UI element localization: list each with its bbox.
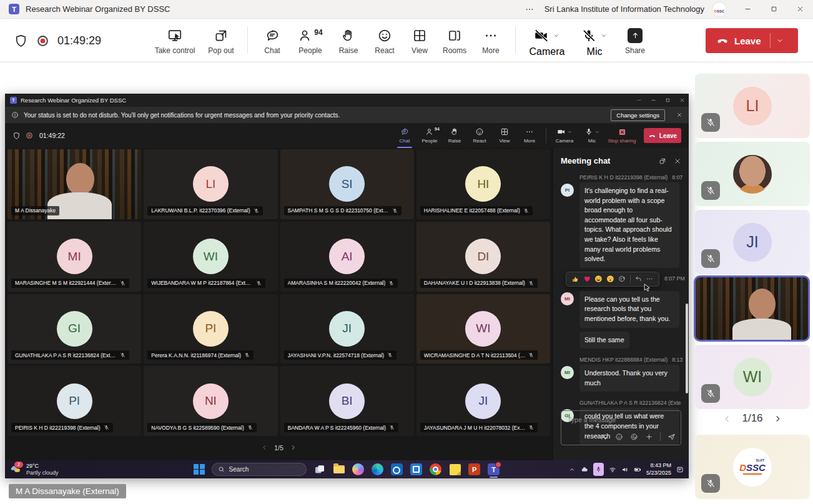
heart-reaction-icon[interactable] [583,275,591,283]
powerpoint-button[interactable] [468,463,481,476]
close-button[interactable] [787,0,813,19]
page-prev-icon[interactable] [261,444,268,451]
attach-plus-icon[interactable] [645,433,653,441]
sidebar-participant-tile[interactable] [695,142,810,206]
inner-minimize-icon[interactable] [651,97,656,103]
stop-sharing-button[interactable]: Stop sharing [605,125,639,147]
notification-center-icon[interactable] [676,466,684,473]
inner-people-button[interactable]: 94 People [417,124,442,147]
participant-tile[interactable]: GI GUNATHILAKA P A S R it22136824 (Exter… [7,294,141,364]
participant-tile[interactable]: JI JAYASUNDARA J M U H it22078032 (Exte.… [416,366,550,436]
participant-tile[interactable]: SI SAMPATH S M S G S D it22310750 (Exter… [280,149,414,219]
sticky-notes-button[interactable] [449,463,461,476]
task-view-button[interactable] [313,463,326,476]
react-button[interactable]: React [367,24,403,55]
participant-tile[interactable]: WI WIJEBANDARA W M P it22187864 (Exter..… [144,222,277,292]
sidebar-participant-tile[interactable]: WI [695,345,810,409]
share-button[interactable]: Share [617,24,653,55]
emoji-icon[interactable] [615,433,623,441]
inner-chat-button[interactable]: Chat [392,124,417,147]
sidebar-participant-tile[interactable]: LI [695,74,810,138]
take-control-button[interactable]: Take control [149,24,201,55]
onedrive-cloud-icon[interactable] [581,466,588,473]
chat-close-icon[interactable] [674,157,681,165]
inner-leave-button[interactable]: Leave [644,128,681,143]
participant-tile[interactable]: WI WICRAMASINGHE D A T N it22113504 (E..… [416,294,550,364]
participant-tile[interactable]: DI DAHANAYAKE U I D it22913838 (External… [416,222,550,292]
inner-more-button[interactable]: More [517,124,542,147]
more-button[interactable]: More [473,24,509,55]
chevron-down-icon[interactable] [600,32,608,39]
sidebar-next-icon[interactable] [773,414,782,423]
participant-tile[interactable]: JI JAYASHANI V.P.N. it22574718 (External… [280,294,414,364]
rooms-button[interactable]: Rooms [436,24,473,55]
blue-app-button[interactable] [410,463,423,476]
laugh-reaction-icon[interactable] [594,275,603,283]
minimize-button[interactable] [734,0,761,19]
participant-tile[interactable]: HI HARISHALINEE E it22057488 (External) [416,149,550,219]
sidebar-prev-icon[interactable] [722,414,732,423]
mic-button[interactable]: Mic [572,24,617,57]
participant-tile[interactable]: AI AMARASINHA S M it22220042 (External) [280,222,414,292]
people-button[interactable]: 94 People [290,24,330,55]
speaker-icon[interactable] [621,466,629,473]
participant-tile-video[interactable]: M A Dissanayake [7,149,141,219]
inner-raise-button[interactable]: Raise [442,124,467,147]
sidebar-active-speaker-video[interactable] [694,275,810,342]
raise-hand-button[interactable]: Raise [330,24,367,55]
banner-close-icon[interactable] [676,112,682,118]
participant-tile[interactable]: PI Perera K.A.N.N. it21186974 (External) [144,294,277,364]
copilot-button[interactable] [352,463,365,476]
change-settings-button[interactable]: Change settings [611,109,665,121]
taskbar-weather-widget[interactable]: 2 29°C Partly cloudy [9,463,89,477]
send-icon[interactable] [668,433,676,441]
battery-icon[interactable] [634,466,641,473]
tray-chevron-up-icon[interactable] [568,466,576,473]
surprised-reaction-icon[interactable] [606,275,614,283]
participant-tile[interactable]: MI MARASINGHE M S M it22921444 (Extern..… [7,222,141,292]
inner-restore-icon[interactable] [665,97,671,103]
sidebar-participant-tile[interactable]: JI [695,210,810,274]
message-more-icon[interactable] [646,275,654,283]
inner-mic-button[interactable]: Mic [579,124,605,147]
participant-tile[interactable]: LI LAKRUWANI B.L.P. it22370396 (External… [144,149,277,219]
start-button[interactable] [194,464,205,475]
teams-taskbar-button[interactable] [488,463,500,476]
maximize-button[interactable] [761,0,787,19]
inner-camera-button[interactable]: Camera [550,124,579,147]
participant-tile[interactable]: PI PEIRIS K H D it22219398 (External) [7,366,141,436]
pop-out-button[interactable]: Pop out [201,24,241,55]
taskbar-search[interactable]: Search [212,463,307,476]
chat-scrollbar[interactable] [686,304,688,393]
file-explorer-button[interactable] [333,463,345,476]
loop-sticker-icon[interactable] [630,433,638,441]
chat-button[interactable]: Chat [254,24,290,55]
chevron-down-icon[interactable] [567,129,573,135]
chevron-down-icon[interactable] [553,32,560,39]
camera-button[interactable]: Camera [522,24,572,57]
chat-popout-icon[interactable] [659,157,666,165]
chrome-button[interactable] [430,463,442,476]
taskbar-clock[interactable]: 8:43 PM 5/23/2025 [646,462,671,477]
thumbs-up-reaction-icon[interactable] [571,275,579,283]
reply-icon[interactable] [634,275,643,283]
edge-button[interactable] [372,463,384,476]
inner-react-button[interactable]: React [467,124,492,147]
inner-more-icon[interactable] [636,97,642,103]
chat-compose-box[interactable]: Type a message [561,410,681,445]
view-button[interactable]: View [403,24,436,55]
participant-tile[interactable]: NI NAVODYA B G S it22589590 (External) [144,366,277,436]
inner-view-button[interactable]: View [492,124,517,147]
participant-tile[interactable]: BI BANDARA W A P S it22245960 (External) [280,366,414,436]
tray-mic-active[interactable] [593,463,604,476]
outlook-button[interactable] [391,463,403,476]
leave-chevron-icon[interactable] [776,36,784,45]
wifi-icon[interactable] [609,466,616,473]
title-more-icon[interactable] [525,4,535,14]
format-icon[interactable] [600,433,608,441]
sidebar-participant-tile[interactable]: SLIIT DSSC [695,435,810,499]
leave-button[interactable]: Leave [706,28,798,53]
add-reaction-icon[interactable] [618,275,626,283]
page-next-icon[interactable] [290,444,297,451]
inner-close-icon[interactable] [679,97,685,103]
